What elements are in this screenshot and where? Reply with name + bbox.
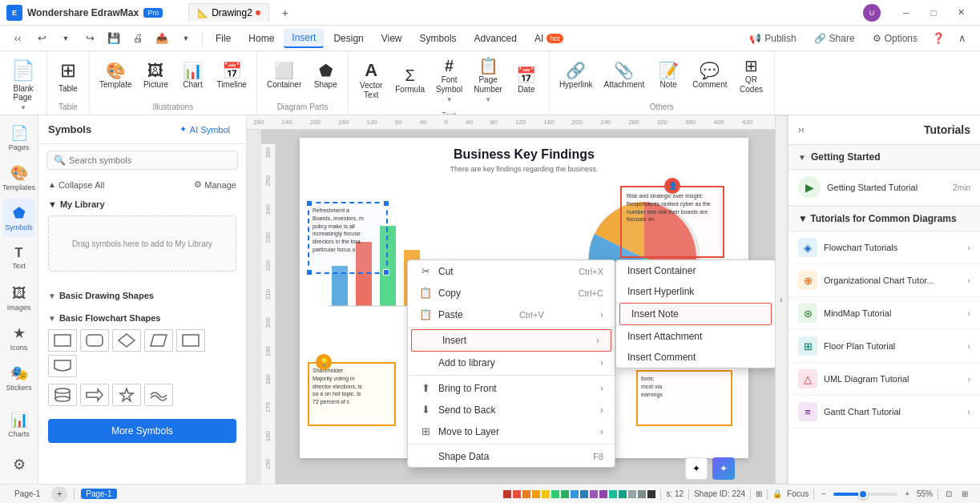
ai-symbol-btn[interactable]: ✦ AI Symbol (173, 122, 236, 137)
help-btn[interactable]: ❓ (927, 27, 950, 50)
shape-rounded-rect[interactable] (80, 329, 109, 352)
undo-btn[interactable]: ↩ (30, 27, 53, 50)
context-send-to-back[interactable]: ⬇ Send to Back › (408, 399, 615, 421)
quick-access-btn[interactable]: ▼ (175, 27, 197, 50)
right-collapse-btn[interactable]: › (775, 115, 788, 484)
context-paste[interactable]: 📋 Paste Ctrl+V › (408, 304, 615, 325)
page-number-btn[interactable]: 📋 PageNumber ▼ (469, 54, 507, 107)
submenu-insert-comment[interactable]: Insert Comment (616, 347, 775, 368)
swatch-5[interactable] (542, 490, 550, 498)
shape-parallelogram[interactable] (144, 329, 173, 352)
sidebar-settings[interactable]: ⚙ (3, 445, 35, 484)
swatch-14[interactable] (628, 490, 636, 498)
shape-arrow-right[interactable] (80, 384, 109, 406)
shape-3[interactable]: ShareholderMajority voting indirector el… (308, 362, 396, 426)
export-btn[interactable]: 📤 (151, 27, 173, 50)
sidebar-pages[interactable]: 📄 Pages (3, 119, 35, 157)
sidebar-symbols[interactable]: ⬟ Symbols (3, 199, 35, 237)
swatch-3[interactable] (522, 490, 530, 498)
shape-wavy[interactable] (144, 384, 173, 406)
swatch-12[interactable] (609, 490, 617, 498)
swatch-1[interactable] (503, 490, 511, 498)
close-btn[interactable]: ✕ (948, 5, 974, 21)
submenu-insert-hyperlink[interactable]: Insert Hyperlink (616, 281, 775, 302)
collapse-ribbon-btn[interactable]: ∧ (951, 27, 974, 50)
my-library-title[interactable]: ▼ My Library (48, 199, 236, 209)
context-copy[interactable]: 📋 Copy Ctrl+C (408, 282, 615, 304)
font-symbol-btn[interactable]: # FontSymbol ▼ (431, 54, 467, 107)
sparkle-icon-2[interactable]: ✦ (712, 457, 735, 480)
submenu-insert-container[interactable]: Insert Container (616, 260, 775, 281)
page-1-btn[interactable]: Page-1 (10, 489, 45, 499)
sparkle-icon-1[interactable]: ✦ (685, 457, 708, 480)
tab-drawing[interactable]: 📐 Drawing2 (188, 3, 269, 22)
vector-text-btn[interactable]: A VectorText (353, 58, 389, 103)
selection-handle-br[interactable] (383, 269, 389, 276)
timeline-btn[interactable]: 📅 Timeline (212, 59, 251, 93)
container-btn[interactable]: ⬜ Container (262, 59, 306, 93)
menu-advanced[interactable]: Advanced (466, 30, 525, 47)
context-shape-data[interactable]: Shape Data F8 (408, 446, 615, 467)
getting-started-header[interactable]: ▼ Getting Started (788, 145, 980, 170)
context-bring-to-front[interactable]: ⬆ Bring to Front › (408, 377, 615, 399)
context-move-to-layer[interactable]: ⊞ Move to Layer › (408, 421, 615, 442)
blank-page-btn[interactable]: 📄 BlankPage ▼ (5, 54, 42, 115)
swatch-6[interactable] (551, 490, 559, 498)
menu-view[interactable]: View (373, 30, 410, 47)
manage-btn[interactable]: ⚙ Manage (194, 179, 236, 190)
avatar[interactable]: U (863, 4, 881, 22)
tutorial-mindmap[interactable]: ⊛ MindMap Tutorial › (788, 297, 980, 330)
selection-handle-bl[interactable] (306, 269, 313, 276)
context-insert[interactable]: Insert › (411, 329, 611, 352)
redo-btn[interactable]: ↪ (79, 27, 101, 50)
context-add-to-library[interactable]: Add to library › (408, 352, 615, 373)
shape-doc[interactable] (48, 355, 77, 377)
menu-insert[interactable]: Insert (284, 29, 324, 48)
basic-drawing-title[interactable]: ▼ Basic Drawing Shapes (48, 288, 236, 304)
sidebar-icons[interactable]: ★ Icons (3, 319, 35, 357)
picture-btn[interactable]: 🖼 Picture (138, 59, 173, 93)
menu-file[interactable]: File (208, 30, 239, 47)
zoom-in-btn[interactable]: + (902, 489, 912, 498)
shape-btn[interactable]: ⬟ Shape (308, 59, 343, 93)
more-symbols-btn[interactable]: More Symbols (48, 419, 236, 443)
date-btn[interactable]: 📅 Date (509, 64, 544, 98)
attachment-btn[interactable]: 📎 Attachment (599, 59, 650, 93)
collapse-all-btn[interactable]: ▲ Collapse All (48, 180, 104, 190)
template-btn[interactable]: 🎨 Template (95, 59, 137, 93)
submenu-insert-note[interactable]: Insert Note (619, 303, 772, 325)
zoom-slider[interactable] (833, 493, 897, 496)
search-input[interactable] (69, 155, 231, 165)
sidebar-stickers[interactable]: 🎭 Stickers (3, 359, 35, 397)
selection-handle-tr[interactable] (383, 200, 389, 207)
hyperlink-btn[interactable]: 🔗 Hyperlink (555, 59, 598, 93)
swatch-10[interactable] (590, 490, 598, 498)
options-btn[interactable]: ⚙ Options (865, 30, 926, 47)
formula-btn[interactable]: Σ Formula (390, 64, 430, 98)
page-active-indicator[interactable]: Page-1 (81, 489, 116, 499)
swatch-11[interactable] (599, 490, 607, 498)
swatch-7[interactable] (561, 490, 569, 498)
qr-codes-btn[interactable]: ⊞ QRCodes (734, 54, 769, 98)
shape-cylinder[interactable] (48, 384, 77, 406)
fit-page-btn[interactable]: ⊡ (943, 489, 954, 498)
menu-symbols[interactable]: Symbols (412, 30, 465, 47)
tutorial-org-chart[interactable]: ⊕ Organizational Chart Tutor... › (788, 264, 980, 297)
tutorial-floor-plan[interactable]: ⊞ Floor Plan Tutorial › (788, 330, 980, 363)
shape-star[interactable] (112, 384, 141, 406)
new-tab-btn[interactable]: + (274, 2, 296, 24)
basic-flowchart-title[interactable]: ▼ Basic Flowchart Shapes (48, 310, 236, 326)
shape-rect[interactable] (48, 329, 77, 352)
sidebar-charts[interactable]: 📊 Charts (3, 405, 35, 444)
add-page-btn[interactable]: + (51, 486, 67, 502)
swatch-4[interactable] (532, 490, 540, 498)
share-btn[interactable]: 🔗 Share (806, 30, 863, 47)
menu-home[interactable]: Home (240, 30, 282, 47)
selection-handle-tl[interactable] (306, 200, 313, 207)
print-btn[interactable]: 🖨 (127, 27, 149, 50)
context-cut[interactable]: ✂ Cut Ctrl+X (408, 260, 615, 282)
comment-btn[interactable]: 💬 Comment (688, 59, 732, 93)
sidebar-templates[interactable]: 🎨 Templates (3, 159, 35, 197)
shape-diamond[interactable] (112, 329, 141, 352)
zoom-slider-thumb[interactable] (858, 489, 868, 499)
